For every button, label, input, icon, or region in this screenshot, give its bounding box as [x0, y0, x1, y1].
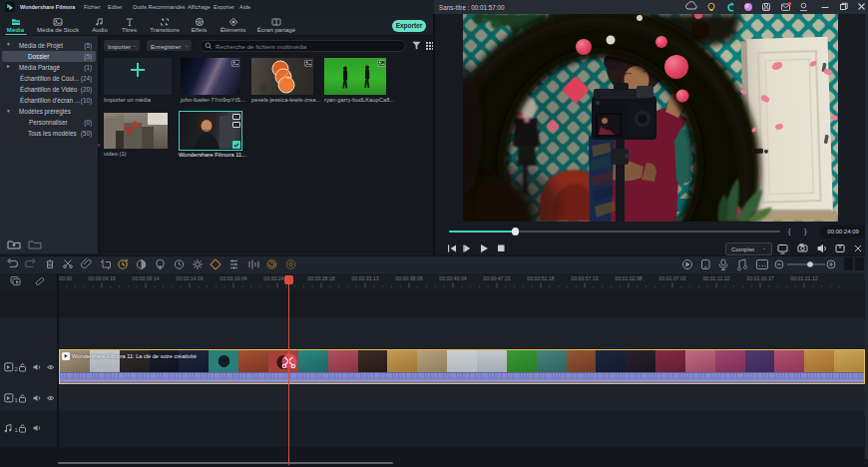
svg-text:1: 1 — [15, 427, 19, 433]
svg-text:1: 1 — [15, 397, 19, 403]
svg-text:2: 2 — [15, 366, 19, 372]
